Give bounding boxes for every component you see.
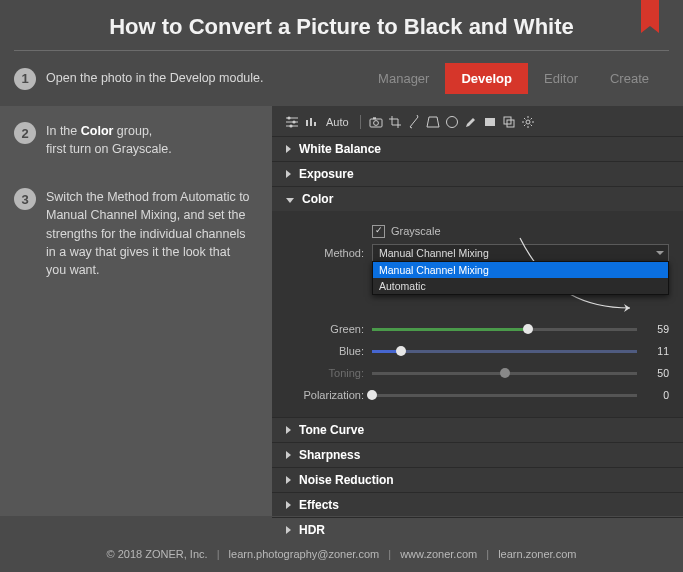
clone-icon[interactable] — [501, 114, 517, 130]
color-section-body: Grayscale Method: Manual Channel Mixing … — [272, 211, 683, 417]
auto-button[interactable]: Auto — [326, 116, 349, 128]
svg-point-6 — [446, 117, 457, 128]
gradient-icon[interactable] — [482, 114, 498, 130]
svg-point-11 — [526, 120, 530, 124]
method-dropdown: Manual Channel Mixing Automatic — [372, 261, 669, 295]
tab-editor[interactable]: Editor — [528, 63, 594, 94]
levels-icon[interactable] — [303, 114, 319, 130]
section-tone-curve[interactable]: Tone Curve — [272, 417, 683, 442]
green-slider[interactable] — [372, 328, 637, 331]
toning-value: 50 — [645, 367, 669, 379]
gear-icon[interactable] — [520, 114, 536, 130]
blue-slider[interactable] — [372, 350, 637, 353]
step-3-text: Switch the Method from Automatic to Manu… — [46, 188, 252, 279]
page-title: How to Convert a Picture to Black and Wh… — [0, 0, 683, 50]
step-1-text: Open the photo in the Develop module. — [46, 69, 264, 87]
toning-label: Toning: — [286, 367, 372, 379]
blue-value: 11 — [645, 345, 669, 357]
crop-icon[interactable] — [387, 114, 403, 130]
camera-icon[interactable] — [368, 114, 384, 130]
section-sharpness[interactable]: Sharpness — [272, 442, 683, 467]
method-select[interactable]: Manual Channel Mixing — [372, 244, 669, 263]
footer-copyright: © 2018 ZONER, Inc. — [107, 548, 208, 560]
step-2-badge: 2 — [14, 122, 36, 144]
tab-develop[interactable]: Develop — [445, 63, 528, 94]
step-2-text: In the Color group, first turn on Graysc… — [46, 122, 172, 158]
footer-site1[interactable]: www.zoner.com — [400, 548, 477, 560]
section-noise-reduction[interactable]: Noise Reduction — [272, 467, 683, 492]
straighten-icon[interactable] — [406, 114, 422, 130]
blue-label: Blue: — [286, 345, 372, 357]
polarization-label: Polarization: — [286, 389, 372, 401]
footer: © 2018 ZONER, Inc. | learn.photography@z… — [0, 538, 683, 572]
tab-manager[interactable]: Manager — [362, 63, 445, 94]
section-color[interactable]: Color — [272, 186, 683, 211]
svg-point-4 — [373, 121, 378, 126]
method-option-manual[interactable]: Manual Channel Mixing — [373, 262, 668, 278]
green-label: Green: — [286, 323, 372, 335]
svg-point-1 — [292, 120, 295, 123]
step-3-badge: 3 — [14, 188, 36, 210]
footer-email[interactable]: learn.photography@zoner.com — [229, 548, 380, 560]
green-value: 59 — [645, 323, 669, 335]
svg-rect-7 — [485, 118, 495, 126]
method-option-automatic[interactable]: Automatic — [373, 278, 668, 294]
svg-point-2 — [289, 124, 292, 127]
svg-point-0 — [287, 116, 290, 119]
sliders-icon[interactable] — [284, 114, 300, 130]
tab-create[interactable]: Create — [594, 63, 665, 94]
polarization-slider[interactable] — [372, 394, 637, 397]
brush-icon[interactable] — [463, 114, 479, 130]
toolbar: Auto — [272, 106, 683, 136]
method-label: Method: — [286, 247, 372, 259]
bookmark-ribbon — [641, 0, 659, 26]
polarization-value: 0 — [645, 389, 669, 401]
grayscale-checkbox[interactable] — [372, 225, 385, 238]
chevron-down-icon — [656, 251, 664, 255]
vignette-icon[interactable] — [444, 114, 460, 130]
section-effects[interactable]: Effects — [272, 492, 683, 517]
grayscale-label: Grayscale — [391, 225, 441, 237]
toning-slider[interactable] — [372, 372, 637, 375]
perspective-icon[interactable] — [425, 114, 441, 130]
footer-site2[interactable]: learn.zoner.com — [498, 548, 576, 560]
develop-panel: Auto White Balance Exposure Color Graysc… — [272, 106, 683, 516]
section-white-balance[interactable]: White Balance — [272, 136, 683, 161]
step-1-badge: 1 — [14, 68, 36, 90]
svg-rect-5 — [373, 117, 376, 119]
section-exposure[interactable]: Exposure — [272, 161, 683, 186]
